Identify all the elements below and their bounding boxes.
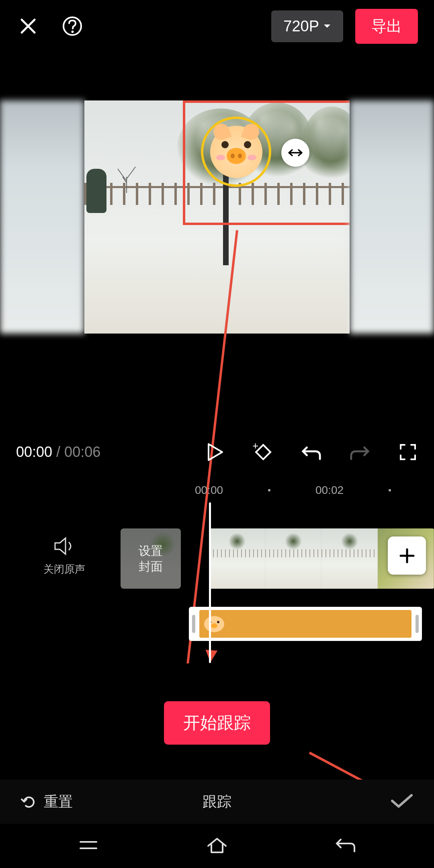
plus-icon: [398, 547, 416, 565]
reset-icon: [20, 793, 38, 811]
nav-menu-icon[interactable]: [77, 837, 100, 855]
sticker-selection-ring[interactable]: [201, 117, 271, 187]
check-icon: [390, 792, 414, 810]
nav-home-icon[interactable]: [206, 835, 228, 856]
ruler-mark-1: 00:02: [315, 484, 344, 497]
sticker-track[interactable]: [189, 607, 422, 641]
pig-thumbnail: [204, 616, 224, 632]
header-bar: 720P 导出: [0, 0, 434, 52]
help-icon[interactable]: [60, 14, 84, 38]
mute-original-audio[interactable]: 关闭原声: [38, 536, 90, 576]
export-button[interactable]: 导出: [355, 9, 418, 44]
playback-bar: 00:00 / 00:06 +: [0, 436, 434, 468]
chevron-down-icon: [323, 24, 331, 29]
redo-button[interactable]: [350, 442, 370, 462]
resolution-selector[interactable]: 720P: [271, 10, 343, 42]
ruler-dot: [268, 489, 270, 491]
timeline-area: 关闭原声 设置 封面: [0, 530, 434, 619]
pig-sticker[interactable]: [210, 126, 262, 178]
confirm-button[interactable]: [390, 792, 414, 811]
clip-frame[interactable]: [209, 528, 265, 589]
ruler-dot: [389, 489, 391, 491]
start-tracking-button[interactable]: 开始跟踪: [164, 701, 270, 745]
mute-label: 关闭原声: [38, 562, 90, 576]
reset-button[interactable]: 重置: [20, 792, 73, 812]
current-time: 00:00: [16, 444, 52, 460]
nav-back-icon[interactable]: [334, 836, 357, 856]
time-display: 00:00 / 00:06: [16, 444, 100, 461]
set-cover-button[interactable]: 设置 封面: [121, 528, 181, 589]
duration-time: 00:06: [64, 444, 100, 460]
preview-blur-left: [0, 100, 84, 334]
fullscreen-button[interactable]: [398, 442, 418, 462]
keyframe-button[interactable]: +: [253, 442, 273, 462]
speaker-icon: [53, 536, 75, 556]
undo-button[interactable]: [301, 442, 321, 462]
system-navbar: [0, 824, 434, 868]
reset-label: 重置: [44, 792, 73, 812]
timeline-ruler[interactable]: 00:00 00:02: [0, 482, 434, 498]
annotation-arrowhead-1: [205, 650, 218, 663]
video-preview[interactable]: [0, 100, 434, 334]
preview-blur-right: [350, 100, 434, 334]
play-button[interactable]: [205, 442, 225, 462]
playhead[interactable]: [209, 502, 211, 663]
panel-title: 跟踪: [203, 792, 231, 812]
ruler-mark-0: 00:00: [195, 484, 223, 497]
preview-canvas[interactable]: [84, 100, 350, 334]
panel-action-bar: 重置 跟踪: [0, 780, 434, 824]
resize-handle[interactable]: [281, 139, 309, 167]
resolution-value: 720P: [283, 18, 319, 35]
track-handle-right[interactable]: [416, 615, 419, 633]
sticker-clip[interactable]: [199, 610, 411, 638]
resize-arrows-icon: [287, 148, 303, 158]
svg-point-1: [72, 31, 74, 33]
clip-frame[interactable]: [265, 528, 321, 589]
add-clip-button[interactable]: [388, 536, 426, 575]
person-figure: [86, 169, 106, 213]
clip-frame[interactable]: [321, 528, 378, 589]
close-icon[interactable]: [16, 14, 40, 38]
track-handle-left[interactable]: [192, 615, 195, 633]
